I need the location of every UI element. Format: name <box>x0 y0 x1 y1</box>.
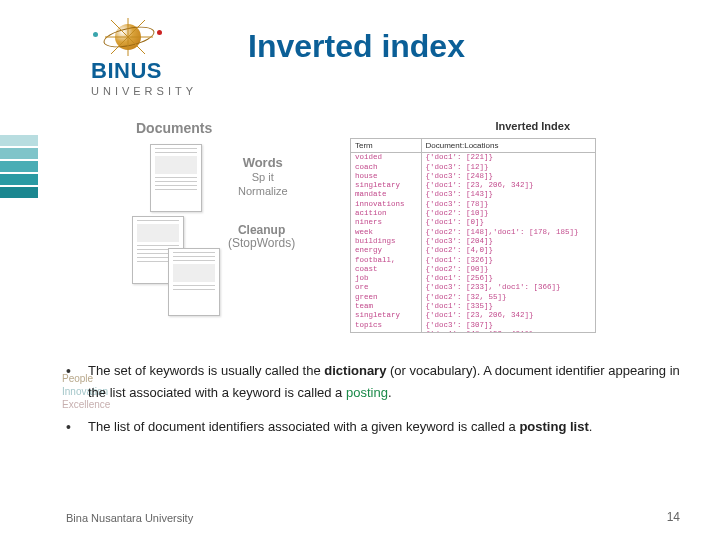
col-locations: Document:Locations <box>421 139 595 153</box>
slide-title: Inverted index <box>248 28 465 65</box>
table-row: week{'doc2': [148],'doc1': [178, 185]} <box>351 228 595 237</box>
locations-cell: {'doc3': [307]} <box>421 321 595 330</box>
term-cell: buildings <box>351 237 421 246</box>
table-row: house{'doc3': [248]} <box>351 172 595 181</box>
table-row: coast{'doc2': [90]} <box>351 265 595 274</box>
footer-org: Bina Nusantara University <box>66 512 193 524</box>
table-row: singletary{'doc1': [23, 206, 342]} <box>351 311 595 320</box>
term-cell: voided <box>351 153 421 163</box>
table-row: buildings{'doc3': [204]} <box>351 237 595 246</box>
words-heading: Words <box>238 156 288 170</box>
table-row: football,{'doc1': [326]} <box>351 256 595 265</box>
cleanup-sub: (StopWords) <box>228 237 295 250</box>
locations-cell: {'doc1': [0]} <box>421 218 595 227</box>
table-row: energy{'doc2': [4,0]} <box>351 246 595 255</box>
accent-bar <box>0 135 38 146</box>
locations-cell: {'doc2': [10]} <box>421 209 595 218</box>
locations-cell: {'doc3': [233], 'doc1': [366]} <box>421 283 595 292</box>
term-cell: coast <box>351 265 421 274</box>
locations-cell: {'doc2': [90]} <box>421 265 595 274</box>
term-cell: innovations <box>351 200 421 209</box>
locations-cell: {'doc3': [204]} <box>421 237 595 246</box>
inverted-index-table: Term Document:Locations voided{'doc1': [… <box>350 138 596 333</box>
diagram: Inverted Index Documents Words Sp it Nor… <box>128 118 608 343</box>
term-dictionary: dictionary <box>324 363 386 378</box>
term-cell: singletary <box>351 311 421 320</box>
bullet-text: . <box>589 419 593 434</box>
table-row: niners{'doc1': [0]} <box>351 218 595 227</box>
term-cell: week <box>351 228 421 237</box>
term-cell: green <box>351 293 421 302</box>
accent-bars <box>0 135 38 200</box>
document-thumb-icon <box>150 144 202 212</box>
logo-dot-icon <box>93 32 98 37</box>
bullet-text: The set of keywords is usually called th… <box>88 363 324 378</box>
page-number: 14 <box>667 510 680 524</box>
locations-cell: {'doc3': [143]} <box>421 190 595 199</box>
term-cell: team <box>351 302 421 311</box>
term-cell: acition <box>351 209 421 218</box>
table-row: job{'doc1': [256]} <box>351 274 595 283</box>
locations-cell: {'doc1': [326]} <box>421 256 595 265</box>
locations-cell: {'doc2': [4,0]} <box>421 246 595 255</box>
bullet-item: The list of document identifiers associa… <box>62 416 680 438</box>
table-row: coach{'doc3': [12]} <box>351 163 595 172</box>
term-cell: san <box>351 330 421 333</box>
svg-line-3 <box>128 37 145 54</box>
bullet-text: . <box>388 385 392 400</box>
svg-line-7 <box>111 20 128 37</box>
table-row: ore{'doc3': [233], 'doc1': [366]} <box>351 283 595 292</box>
accent-bar <box>0 187 38 198</box>
term-cell: niners <box>351 218 421 227</box>
table-row: mandate{'doc3': [143]} <box>351 190 595 199</box>
locations-cell: {'doc1': [221]} <box>421 153 595 163</box>
table-row: acition{'doc2': [10]} <box>351 209 595 218</box>
table-row: san{'doc1': [48, 153, 401]} <box>351 330 595 333</box>
locations-cell: {'doc2': [148],'doc1': [178, 185]} <box>421 228 595 237</box>
accent-bar <box>0 174 38 185</box>
term-cell: football, <box>351 256 421 265</box>
locations-cell: {'doc2': [32, 55]} <box>421 293 595 302</box>
svg-line-5 <box>111 37 128 54</box>
words-line: Sp it <box>238 170 288 184</box>
term-posting-list: posting list <box>519 419 588 434</box>
table-row: green{'doc2': [32, 55]} <box>351 293 595 302</box>
accent-bar <box>0 148 38 159</box>
cleanup-step: Cleanup (StopWords) <box>228 224 295 250</box>
term-cell: job <box>351 274 421 283</box>
accent-bar <box>0 161 38 172</box>
words-step: Words Sp it Normalize <box>238 156 288 198</box>
locations-cell: {'doc1': [48, 153, 401]} <box>421 330 595 333</box>
term-posting: posting <box>346 385 388 400</box>
svg-line-1 <box>128 20 145 37</box>
locations-cell: {'doc3': [248]} <box>421 172 595 181</box>
logo-sub: UNIVERSITY <box>91 85 235 97</box>
locations-cell: {'doc3': [78]} <box>421 200 595 209</box>
words-line: Normalize <box>238 184 288 198</box>
locations-cell: {'doc1': [23, 206, 342]} <box>421 311 595 320</box>
locations-cell: {'doc3': [12]} <box>421 163 595 172</box>
locations-cell: {'doc1': [335]} <box>421 302 595 311</box>
term-cell: mandate <box>351 190 421 199</box>
table-row: voided{'doc1': [221]} <box>351 153 595 163</box>
table-row: innovations{'doc3': [78]} <box>351 200 595 209</box>
table-row: singletary{'doc1': [23, 206, 342]} <box>351 181 595 190</box>
logo-name: BINUS <box>91 58 235 84</box>
term-cell: topics <box>351 321 421 330</box>
logo-rays-icon <box>105 18 165 56</box>
slide: BINUS UNIVERSITY Inverted index Inverted… <box>0 0 720 540</box>
table-row: topics{'doc3': [307]} <box>351 321 595 330</box>
locations-cell: {'doc1': [256]} <box>421 274 595 283</box>
term-cell: house <box>351 172 421 181</box>
bullet-text: The list of document identifiers associa… <box>88 419 519 434</box>
document-thumb-icon <box>168 248 220 316</box>
term-cell: coach <box>351 163 421 172</box>
locations-cell: {'doc1': [23, 206, 342]} <box>421 181 595 190</box>
binus-logo: BINUS UNIVERSITY <box>85 18 235 97</box>
table-row: team{'doc1': [335]} <box>351 302 595 311</box>
col-term: Term <box>351 139 421 153</box>
term-cell: energy <box>351 246 421 255</box>
bullet-list: The set of keywords is usually called th… <box>62 360 680 450</box>
term-cell: ore <box>351 283 421 292</box>
diagram-title: Inverted Index <box>495 120 570 132</box>
